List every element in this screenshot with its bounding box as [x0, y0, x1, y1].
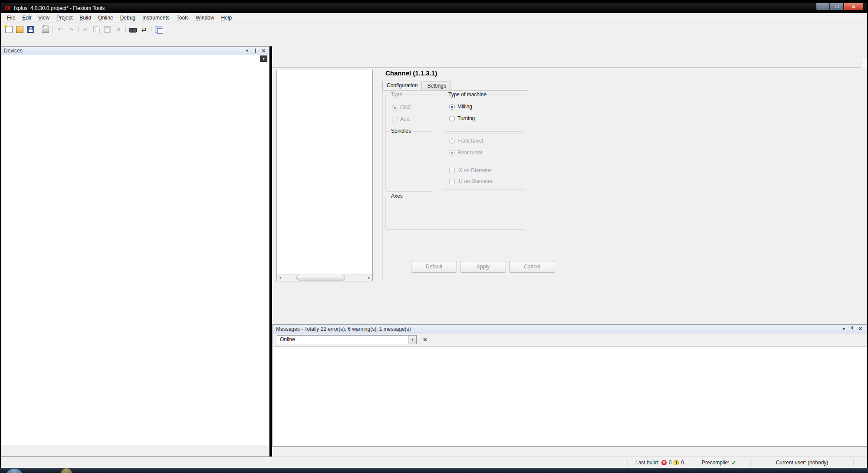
menu-item-view[interactable]: View	[35, 13, 53, 22]
last-build-warning-count: 0	[681, 460, 684, 466]
scroll-right-icon[interactable]: ►	[366, 276, 372, 279]
status-bar: Last build: 0 0 Precompile: ✓ Current us…	[1, 457, 867, 468]
save-project-button[interactable]	[25, 24, 36, 35]
menu-item-debug[interactable]: Debug	[117, 13, 139, 22]
copy-button	[91, 24, 102, 35]
checkbox-x-on-diameter-control	[449, 168, 455, 173]
tab-settings[interactable]: Settings	[423, 81, 450, 90]
apply-button: Apply	[460, 261, 506, 273]
radio-cnc: CNC	[392, 104, 411, 111]
radio-milling-control[interactable]	[449, 104, 455, 110]
u-on-diameter-label: .U on Diameter	[457, 178, 493, 184]
menu-item-help[interactable]: Help	[217, 13, 235, 22]
messages-table-header	[273, 346, 866, 347]
menu-item-project[interactable]: Project	[53, 13, 76, 22]
machine-tree-panel: ◄ ►	[276, 70, 373, 281]
devices-panel-tabs	[1, 445, 269, 456]
menu-item-edit[interactable]: Edit	[19, 13, 35, 22]
check-icon: ✓	[731, 459, 736, 466]
warning-icon	[674, 460, 679, 465]
radio-front-turret-control	[449, 138, 455, 144]
devices-panel-title: Devices	[4, 48, 245, 54]
last-build-error-count: 0	[669, 460, 672, 466]
find-button[interactable]	[128, 24, 138, 35]
close-icon[interactable]: ✕	[858, 326, 862, 332]
dropdown-value: Online	[277, 336, 408, 344]
undo-button: ↶	[55, 24, 66, 35]
multicopy-button[interactable]	[153, 24, 164, 35]
clear-messages-button[interactable]: ✕	[423, 336, 427, 343]
flexiumnck-sub-tabs	[272, 58, 867, 68]
radio-turning[interactable]: Turning	[449, 115, 475, 121]
cut-icon: ✂	[82, 26, 89, 33]
machine-tree-hscrollbar[interactable]: ◄ ►	[277, 274, 372, 281]
scroll-left-icon[interactable]: ◄	[277, 276, 283, 279]
messages-panel-title: Messages - Totally 22 error(s), 6 warnin…	[276, 326, 842, 332]
radio-cnc-control	[392, 105, 398, 111]
replace-icon: ⇄	[140, 26, 148, 33]
tab-configuration[interactable]: Configuration	[382, 81, 422, 90]
menu-item-file[interactable]: File	[3, 13, 19, 22]
scrollbar-thumb[interactable]	[296, 275, 345, 281]
checkbox-u-on-diameter-control	[449, 179, 455, 184]
type-group-label: Type	[389, 91, 404, 98]
radio-milling-label: Milling	[457, 104, 472, 110]
channel-tabs: Configuration Settings	[382, 81, 451, 90]
message-source-dropdown[interactable]: Online ▼	[277, 335, 417, 344]
toolbar-separator	[78, 26, 79, 33]
pin-icon[interactable]	[253, 49, 257, 53]
menu-item-tools[interactable]: Tools	[173, 13, 192, 22]
current-user: Current user: (nobody)	[752, 457, 852, 468]
save-project-icon	[27, 26, 34, 33]
pin-icon[interactable]	[850, 326, 854, 331]
menu-item-build[interactable]: Build	[76, 13, 95, 22]
chevron-down-icon[interactable]: ▼	[245, 49, 249, 53]
minimize-button[interactable]	[816, 3, 830, 10]
radio-rear-turret: Rear turret	[449, 150, 482, 156]
paste-icon	[104, 26, 111, 33]
screen: { "window": { "title": "fxplus_4.0.30.0.…	[0, 0, 868, 473]
find-icon	[129, 26, 137, 33]
taskbar-icon[interactable]	[61, 468, 72, 473]
tree-scroll-button[interactable]: ▼	[260, 55, 267, 62]
open-project-button[interactable]	[14, 24, 25, 35]
paste-button	[102, 24, 113, 35]
menu-bar: FileEditViewProjectBuildOnlineDebugInstr…	[1, 13, 867, 23]
radio-rear-turret-control	[449, 150, 455, 156]
radio-cnc-label: CNC	[400, 104, 411, 111]
document-tab-bar	[272, 46, 867, 58]
messages-panel-header: Messages - Totally 22 error(s), 6 warnin…	[273, 325, 867, 333]
maximize-button[interactable]	[830, 3, 844, 10]
menu-item-online[interactable]: Online	[95, 13, 117, 22]
undo-icon: ↶	[56, 26, 64, 33]
close-button[interactable]	[844, 3, 864, 10]
radio-milling[interactable]: Milling	[449, 104, 472, 110]
replace-button[interactable]: ⇄	[138, 24, 149, 35]
toolbar-separator	[151, 26, 151, 33]
menu-item-window[interactable]: Window	[192, 13, 218, 22]
toolbar-flexium	[1, 36, 867, 46]
radio-turning-control[interactable]	[449, 116, 455, 121]
new-project-button[interactable]	[3, 24, 14, 35]
default-button: Default	[411, 261, 457, 273]
devices-panel-header: Devices ▼ ✕	[1, 47, 269, 55]
channel-title: Channel (1.1.3.1)	[385, 69, 437, 77]
dropdown-arrow-icon[interactable]: ▼	[408, 336, 416, 344]
print-button[interactable]	[40, 24, 51, 35]
window-title: fxplus_4.0.30.0.project* - Flexium Tools	[14, 5, 105, 11]
messages-filter-bar: Online ▼ ✕	[273, 333, 867, 346]
window-controls	[816, 3, 864, 10]
output-tab-bar	[272, 447, 867, 457]
chevron-down-icon[interactable]: ▼	[842, 327, 846, 331]
radio-turning-label: Turning	[457, 115, 475, 121]
menu-item-instruments[interactable]: Instruments	[139, 13, 173, 22]
start-orb[interactable]	[6, 469, 23, 473]
new-project-icon	[5, 26, 13, 33]
close-icon[interactable]: ✕	[262, 48, 266, 54]
radio-aux-control	[392, 117, 398, 122]
open-project-icon	[16, 26, 23, 33]
radio-aux: Aux.	[392, 116, 411, 122]
title-bar: fX fxplus_4.0.30.0.project* - Flexium To…	[1, 3, 867, 13]
x-on-diameter-label: .X on Diameter	[457, 167, 492, 173]
last-build-label: Last build:	[635, 460, 659, 466]
